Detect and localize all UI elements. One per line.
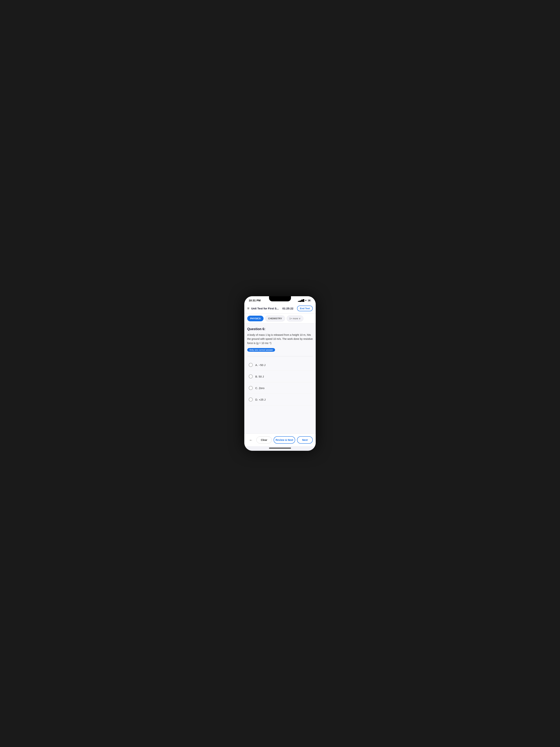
main-content: Question 6: A body of mass 1 kg is relea… bbox=[244, 324, 316, 412]
timer: 01:25:22 bbox=[283, 307, 293, 310]
review-next-button[interactable]: Review & Next bbox=[274, 436, 295, 444]
menu-icon[interactable]: ≡ bbox=[247, 306, 249, 310]
bottom-nav: ← Clear Review & Next Next bbox=[244, 434, 316, 446]
home-indicator bbox=[244, 446, 316, 451]
wifi-icon: ▾ bbox=[305, 299, 306, 302]
question-text: A body of mass 1 kg is released from a h… bbox=[247, 333, 313, 345]
status-time: 10:31 PM bbox=[249, 299, 261, 302]
next-button[interactable]: Next bbox=[297, 436, 313, 444]
end-test-button[interactable]: End Test bbox=[297, 306, 313, 311]
options-list: A. −50 J B. 50 J C. Zero D. +25 J bbox=[247, 359, 313, 405]
radio-b[interactable] bbox=[249, 375, 253, 379]
battery-badge: 26 bbox=[307, 299, 311, 302]
tab-physics[interactable]: PHYSICS bbox=[247, 316, 264, 321]
radio-d[interactable] bbox=[249, 397, 253, 402]
tab-chemistry[interactable]: CHEMISTRY bbox=[265, 315, 285, 321]
option-b-label: B. 50 J bbox=[255, 375, 264, 378]
divider bbox=[247, 356, 313, 356]
subject-tabs: PHYSICS CHEMISTRY 1+ more ∨ bbox=[244, 314, 316, 324]
back-button[interactable]: ← bbox=[247, 436, 255, 444]
option-b[interactable]: B. 50 J bbox=[247, 371, 313, 382]
radio-a[interactable] bbox=[249, 363, 253, 367]
top-bar: ≡ Unit Test for First S... 01:25:22 End … bbox=[244, 303, 316, 314]
option-c[interactable]: C. Zero bbox=[247, 382, 313, 394]
home-bar bbox=[269, 448, 291, 448]
test-title: Unit Test for First S... bbox=[251, 307, 281, 310]
option-a-label: A. −50 J bbox=[255, 363, 265, 366]
option-a[interactable]: A. −50 J bbox=[247, 359, 313, 371]
question-number: Question 6: bbox=[247, 327, 313, 331]
radio-c[interactable] bbox=[249, 386, 253, 390]
answer-type-badge: Only one correct answer bbox=[247, 348, 275, 352]
option-d[interactable]: D. +25 J bbox=[247, 394, 313, 405]
signal-icon: ▂▄▆█ bbox=[298, 299, 304, 302]
option-c-label: C. Zero bbox=[255, 386, 264, 390]
tab-more[interactable]: 1+ more ∨ bbox=[287, 315, 303, 321]
clear-button[interactable]: Clear bbox=[257, 437, 272, 443]
status-icons: ▂▄▆█ ▾ 26 bbox=[298, 299, 311, 302]
option-d-label: D. +25 J bbox=[255, 398, 266, 401]
chevron-down-icon: ∨ bbox=[299, 317, 301, 320]
